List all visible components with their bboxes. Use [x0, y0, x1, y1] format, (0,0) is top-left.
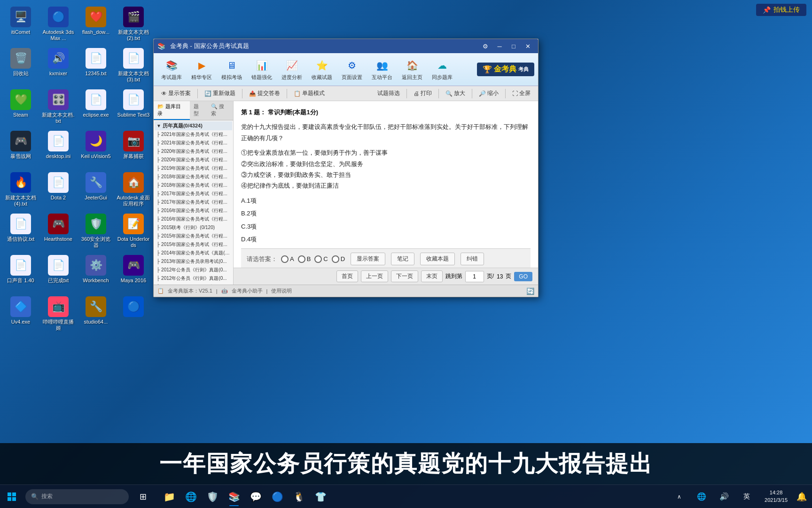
tree-item-11[interactable]: ├ 2015联考《行则》(0/120) [155, 223, 232, 232]
desktop-icon-studio64[interactable]: 🎬 新建文本文档(2).txt [115, 4, 152, 45]
desktop-icon-recycle[interactable]: 🗑️ 回收站 [2, 45, 39, 87]
desktop-icon-bibili[interactable]: 📺 哔哩哔哩直播姬 [39, 294, 77, 335]
tree-item-1[interactable]: ├ 2021年国家公务员考试《行程... [155, 139, 232, 147]
tb2-fullscreen[interactable]: ⛶ 全屏 [508, 88, 534, 99]
taskbar-clock[interactable]: 14:28 2021/3/15 [761, 487, 791, 506]
taskbar-unknown2[interactable]: 🐧 [289, 486, 309, 507]
taskbar-jinkao[interactable]: 📚 [224, 486, 244, 507]
tree-item-4[interactable]: ├ 2019年国家公务员考试《行程... [155, 164, 232, 173]
panel-tab-search[interactable]: 🔍 搜索 [207, 101, 233, 120]
taskbar-search[interactable]: 🔍 搜索 [25, 489, 129, 504]
window-close-btn[interactable]: ✕ [521, 41, 534, 51]
desktop-icon-360[interactable]: 🛡️ 360安全浏览器 [77, 211, 115, 252]
toolbar-moni[interactable]: 🖥 模拟考场 [218, 56, 246, 83]
desktop-icon-steam[interactable]: 🎮 暴雪战网 [2, 128, 39, 169]
desktop-icon-wechat[interactable]: 💚 Steam [2, 87, 39, 128]
desktop-icon-itcomet[interactable]: 🖥️ itiComet [2, 4, 39, 45]
tb2-filter[interactable]: 试题筛选 [374, 88, 404, 99]
tb2-single-mode[interactable]: 📋 单题模式 [290, 88, 328, 99]
desktop-icon-eclipse[interactable]: 🌙 Keil uVision5 [77, 128, 115, 169]
desktop-icon-desktopini[interactable]: 📄 Dota 2 [39, 169, 77, 211]
desktop-icon-dota2lords[interactable]: 🎮 Maya 2016 [115, 252, 152, 294]
window-maximize-btn[interactable]: □ [507, 41, 520, 51]
first-page-btn[interactable]: 首页 [336, 270, 358, 282]
note-btn-q1[interactable]: 笔记 [391, 253, 414, 265]
tb2-redo[interactable]: 🔄 重新做题 [201, 88, 239, 99]
tree-item-14[interactable]: ├ 2014年国家公务员考试《真题(0... [155, 249, 232, 257]
last-page-btn[interactable]: 末页 [421, 270, 443, 282]
tree-item-15[interactable]: ├ 2013年国家公务员录用考试(0... [155, 257, 232, 266]
tree-item-2[interactable]: ├ 2020年国家公务员考试《行程... [155, 147, 232, 156]
taskbar-wechat[interactable]: 💬 [245, 486, 266, 507]
taskbar-unknown3[interactable]: 👕 [310, 486, 331, 507]
radio-c-q1[interactable]: C [314, 254, 328, 264]
desktop-icon-autodesk3ds[interactable]: 🔵 Autodesk 3ds Max ... [39, 4, 77, 45]
tb2-submit[interactable]: 📤 提交答卷 [245, 88, 284, 99]
desktop-icon-screencap[interactable]: 📷 屏幕捕获 [115, 128, 152, 169]
toolbar-hudong[interactable]: 👥 互动平台 [368, 56, 396, 83]
radio-b-q1[interactable]: B [298, 254, 311, 264]
panel-tab-type[interactable]: 题型 [190, 101, 208, 120]
desktop-icon-maya2016[interactable]: 🔵 [115, 294, 152, 335]
tb2-show-answer[interactable]: 👁 显示答案 [157, 88, 195, 99]
page-input[interactable] [465, 271, 484, 282]
taskbar-file-explorer[interactable]: 📁 [159, 486, 180, 507]
toolbar-jindu[interactable]: 📈 进度分析 [278, 56, 306, 83]
desktop-icon-done[interactable]: 📄 已完成txt [39, 252, 77, 294]
tray-volume[interactable]: 🔊 [714, 486, 734, 507]
tree-item-7[interactable]: ├ 2017年国家公务员考试《行程... [155, 190, 232, 198]
tree-item-10[interactable]: ├ 2016年国家公务员考试《行程... [155, 215, 232, 223]
desktop-icon-baozhan[interactable]: 🔥 新建文本文档(4).txt [2, 169, 39, 211]
question-area[interactable]: 第 1 题： 常识判断(本题1分) 党的十九大报告提出，要建设高素质专业化干部队… [234, 101, 538, 268]
tree-item-0[interactable]: ├ 2021年国家公务员考试《行程... [155, 130, 232, 139]
status-icon-refresh[interactable]: 🔄 [526, 287, 534, 295]
window-minimize-btn[interactable]: ─ [493, 41, 506, 51]
window-settings-btn[interactable]: ⚙ [479, 41, 492, 51]
collect-btn-q1[interactable]: 收藏本题 [420, 253, 455, 265]
desktop-icon-newtxt1[interactable]: 📄 desktop.ini [39, 128, 77, 169]
desktop-icon-jeetergui[interactable]: 🔧 JeeterGui [77, 169, 115, 211]
tree-item-9[interactable]: ├ 2016年国家公务员考试《行程... [155, 206, 232, 215]
tree-item-5[interactable]: ├ 2018年国家公务员考试《行程... [155, 173, 232, 181]
tray-network[interactable]: 🌐 [691, 486, 712, 507]
tree-item-3[interactable]: ├ 2020年国家公务员考试《行程... [155, 156, 232, 164]
desktop-icon-dota2[interactable]: 🎮 Hearthstone [39, 211, 77, 252]
desktop-icon-kxmixer[interactable]: 🎛️ 新建文本文档.txt [39, 87, 77, 128]
desktop-icon-tongxin[interactable]: 📄 口声音 1.40 [2, 252, 39, 294]
radio-d-q1[interactable]: D [332, 254, 345, 264]
desktop-icon-autodesk2018[interactable]: 🏠 Autodesk 桌面应用程序 [115, 169, 152, 211]
tree-root[interactable]: ▼ 历年真题(0/4324) [155, 121, 232, 130]
tb2-shrink[interactable]: 🔎 缩小 [475, 88, 502, 99]
desktop-icon-12345[interactable]: 📄 eclipse.exe [77, 87, 115, 128]
tree-item-13[interactable]: ├ 2015年国家公务员考试《行程... [155, 240, 232, 249]
desktop-icon-workbench[interactable]: 🔧 studio64... [77, 294, 115, 335]
left-panel-list[interactable]: ▼ 历年真题(0/4324) ├ 2021年国家公务员考试《行程... ├ 20… [154, 120, 233, 285]
desktop-icon-voice[interactable]: 🔊 kxmixer [39, 45, 77, 87]
taskbar-task-view[interactable]: ⊞ [133, 486, 153, 507]
toolbar-cuoti[interactable]: 📊 错题强化 [248, 56, 276, 83]
show-answer-btn-q1[interactable]: 显示答案 [351, 253, 385, 265]
go-btn[interactable]: GO [514, 272, 532, 281]
prev-page-btn[interactable]: 上一页 [361, 270, 388, 282]
next-page-btn[interactable]: 下一页 [391, 270, 418, 282]
toolbar-jinghua[interactable]: ▶ 精华专区 [187, 56, 216, 83]
tree-item-12[interactable]: ├ 2015年国家公务员考试《行程... [155, 232, 232, 240]
taskbar-unknown1[interactable]: 🔵 [267, 486, 288, 507]
report-btn-q1[interactable]: 纠错 [461, 253, 484, 265]
desktop-icon-newtxt31[interactable]: 📄 Sublime Text3 [115, 87, 152, 128]
tree-item-16[interactable]: ├ 2012年公务员《行则》真题(0... [155, 266, 232, 274]
taskbar-edge[interactable]: 🌐 [180, 486, 201, 507]
toolbar-shoucang[interactable]: ⭐ 收藏试题 [308, 56, 336, 83]
toolbar-tongbu[interactable]: ☁ 同步题库 [428, 56, 456, 83]
toolbar-yemian[interactable]: ⚙ 页面设置 [338, 56, 366, 83]
desktop-icon-sublime[interactable]: 📝 Dota Underlords [115, 211, 152, 252]
tray-expand[interactable]: ∧ [669, 486, 689, 507]
desktop-icon-newtxt21[interactable]: 📄 新建文本文档(3).txt [115, 45, 152, 87]
taskbar-360[interactable]: 🛡️ [202, 486, 223, 507]
desktop-icon-uv4[interactable]: 🔷 Uv4.exe [2, 294, 39, 335]
tree-item-6[interactable]: ├ 2018年国家公务员考试《行程... [155, 181, 232, 190]
tree-item-17[interactable]: ├ 2012年公务员《行则》真题(0... [155, 274, 232, 283]
desktop-icon-flashdown[interactable]: 📄 12345.txt [77, 45, 115, 87]
start-button[interactable] [0, 485, 23, 508]
toolbar-kaoshi-tiku[interactable]: 📚 考试题库 [157, 56, 186, 83]
